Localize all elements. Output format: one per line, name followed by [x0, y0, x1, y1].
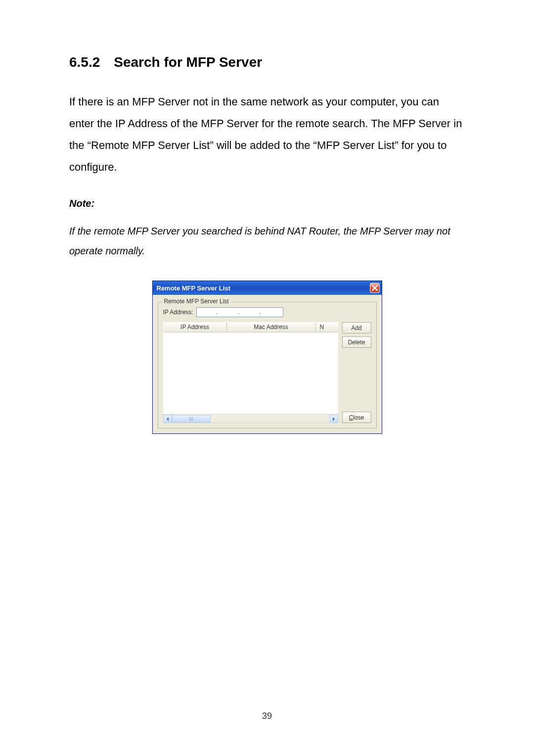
section-title: Search for MFP Server: [114, 54, 262, 70]
button-label: Add: [351, 325, 361, 331]
remote-mfp-server-list-group: Remote MFP Server List IP Address: . . .: [158, 302, 377, 428]
button-label: Close: [349, 414, 364, 421]
scrollbar-thumb[interactable]: [172, 415, 211, 423]
section-number: 6.5.2: [69, 54, 100, 70]
add-button[interactable]: Add: [342, 322, 371, 333]
page-number: 39: [0, 711, 534, 721]
remote-mfp-server-list-dialog: Remote MFP Server List Remote MFP Server…: [152, 281, 382, 434]
listview-rows[interactable]: [164, 332, 338, 414]
listview-header: IP Address Mac Address N: [164, 323, 338, 332]
dialog-titlebar: Remote MFP Server List: [153, 281, 382, 295]
ip-octet-2[interactable]: [219, 308, 237, 317]
scrollbar-track[interactable]: [172, 415, 329, 423]
column-mac-address[interactable]: Mac Address: [227, 323, 316, 332]
close-button[interactable]: Close: [342, 412, 371, 423]
section-heading: 6.5.2Search for MFP Server: [69, 54, 465, 70]
horizontal-scrollbar: [163, 414, 338, 423]
button-label: Delete: [348, 339, 365, 346]
column-ip-address[interactable]: IP Address: [164, 323, 227, 332]
section-body: If there is an MFP Server not in the sam…: [69, 91, 465, 178]
close-icon[interactable]: [370, 283, 380, 293]
scroll-left-button[interactable]: [163, 415, 172, 423]
scroll-right-button[interactable]: [329, 415, 338, 423]
server-listview: IP Address Mac Address N: [163, 322, 338, 423]
column-n[interactable]: N: [316, 323, 338, 332]
ip-octet-1[interactable]: [197, 308, 216, 317]
ip-address-label: IP Address:: [163, 309, 193, 316]
ip-address-field: . . .: [196, 307, 283, 317]
note-text: If the remote MFP Server you searched is…: [69, 221, 465, 261]
note-label: Note:: [69, 198, 465, 209]
delete-button[interactable]: Delete: [342, 336, 371, 348]
ip-octet-3[interactable]: [240, 308, 259, 317]
group-legend: Remote MFP Server List: [162, 298, 231, 305]
ip-octet-4[interactable]: [262, 308, 281, 317]
dialog-title: Remote MFP Server List: [157, 284, 230, 292]
